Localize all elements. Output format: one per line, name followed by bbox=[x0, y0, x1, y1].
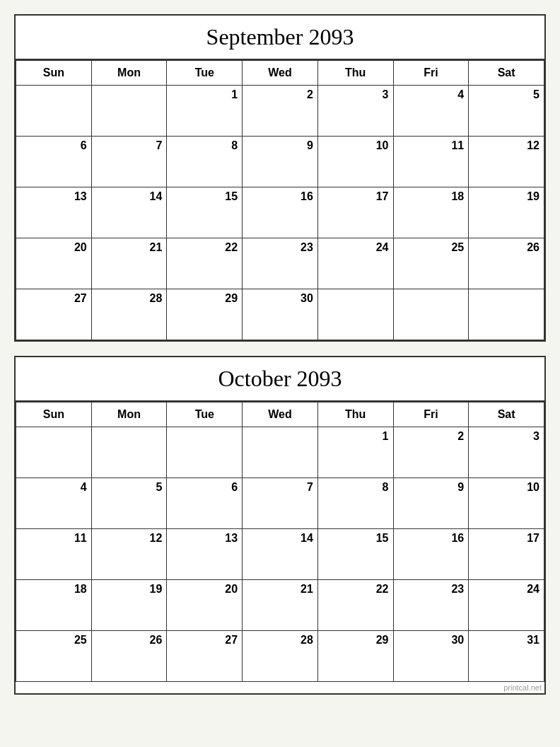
list-item: 13 bbox=[167, 529, 243, 580]
list-item: 22 bbox=[317, 580, 393, 631]
list-item: 14 bbox=[91, 187, 167, 238]
list-item: 21 bbox=[243, 580, 318, 631]
list-item: 25 bbox=[393, 238, 469, 289]
list-item: 9 bbox=[393, 478, 469, 529]
list-item bbox=[91, 86, 167, 137]
list-item: 12 bbox=[91, 529, 167, 580]
list-item: 11 bbox=[16, 529, 92, 580]
list-item bbox=[469, 289, 544, 340]
list-item: 4 bbox=[393, 86, 469, 137]
list-item: 22 bbox=[167, 238, 243, 289]
oct-header-tue: Tue bbox=[167, 403, 243, 427]
list-item: 10 bbox=[469, 478, 544, 529]
list-item bbox=[16, 86, 92, 137]
list-item: 17 bbox=[469, 529, 544, 580]
table-row: 27282930 bbox=[16, 289, 544, 340]
list-item: 23 bbox=[393, 580, 469, 631]
list-item: 7 bbox=[91, 137, 167, 187]
list-item: 8 bbox=[167, 137, 243, 187]
september-grid: Sun Mon Tue Wed Thu Fri Sat 123456789101… bbox=[16, 60, 544, 340]
sep-header-sat: Sat bbox=[469, 61, 544, 86]
list-item: 12 bbox=[469, 137, 544, 187]
list-item: 3 bbox=[469, 427, 544, 478]
list-item: 4 bbox=[16, 478, 92, 529]
list-item: 1 bbox=[317, 427, 393, 478]
september-calendar: September 2093 Sun Mon Tue Wed Thu Fri S… bbox=[14, 14, 546, 342]
sep-header-thu: Thu bbox=[317, 61, 393, 86]
list-item bbox=[167, 427, 243, 478]
table-row: 13141516171819 bbox=[16, 187, 544, 238]
list-item: 6 bbox=[16, 137, 92, 187]
sep-header-fri: Fri bbox=[393, 61, 469, 86]
list-item: 2 bbox=[243, 86, 318, 137]
oct-header-sat: Sat bbox=[469, 403, 544, 427]
list-item: 15 bbox=[317, 529, 393, 580]
october-calendar: October 2093 Sun Mon Tue Wed Thu Fri Sat… bbox=[14, 356, 546, 695]
list-item: 19 bbox=[469, 187, 544, 238]
list-item bbox=[393, 289, 469, 340]
list-item: 20 bbox=[167, 580, 243, 631]
list-item: 28 bbox=[91, 289, 167, 340]
list-item: 19 bbox=[91, 580, 167, 631]
oct-header-wed: Wed bbox=[243, 403, 318, 427]
list-item: 5 bbox=[91, 478, 167, 529]
list-item: 27 bbox=[16, 289, 92, 340]
oct-header-sun: Sun bbox=[16, 403, 92, 427]
oct-header-fri: Fri bbox=[393, 403, 469, 427]
list-item: 16 bbox=[243, 187, 318, 238]
list-item: 21 bbox=[91, 238, 167, 289]
list-item: 20 bbox=[16, 238, 92, 289]
oct-header-mon: Mon bbox=[91, 403, 167, 427]
list-item: 9 bbox=[243, 137, 318, 187]
list-item: 7 bbox=[243, 478, 318, 529]
sep-header-mon: Mon bbox=[91, 61, 167, 86]
table-row: 45678910 bbox=[16, 478, 544, 529]
list-item: 3 bbox=[317, 86, 393, 137]
list-item: 28 bbox=[243, 631, 318, 682]
list-item: 16 bbox=[393, 529, 469, 580]
list-item: 24 bbox=[469, 580, 544, 631]
october-grid: Sun Mon Tue Wed Thu Fri Sat 123456789101… bbox=[16, 402, 544, 682]
list-item: 29 bbox=[167, 289, 243, 340]
list-item: 26 bbox=[469, 238, 544, 289]
table-row: 18192021222324 bbox=[16, 580, 544, 631]
list-item: 26 bbox=[91, 631, 167, 682]
list-item: 14 bbox=[243, 529, 318, 580]
list-item: 30 bbox=[393, 631, 469, 682]
sep-header-tue: Tue bbox=[167, 61, 243, 86]
watermark: printcal.net bbox=[16, 682, 544, 693]
list-item: 18 bbox=[16, 580, 92, 631]
oct-header-thu: Thu bbox=[317, 403, 393, 427]
list-item: 23 bbox=[243, 238, 318, 289]
table-row: 123 bbox=[16, 427, 544, 478]
september-header-row: Sun Mon Tue Wed Thu Fri Sat bbox=[16, 61, 544, 86]
october-header-row: Sun Mon Tue Wed Thu Fri Sat bbox=[16, 403, 544, 427]
list-item: 5 bbox=[469, 86, 544, 137]
list-item: 27 bbox=[167, 631, 243, 682]
list-item: 30 bbox=[243, 289, 318, 340]
table-row: 25262728293031 bbox=[16, 631, 544, 682]
list-item: 15 bbox=[167, 187, 243, 238]
list-item: 31 bbox=[469, 631, 544, 682]
sep-header-wed: Wed bbox=[243, 61, 318, 86]
list-item bbox=[243, 427, 318, 478]
september-title: September 2093 bbox=[16, 16, 544, 60]
list-item: 8 bbox=[317, 478, 393, 529]
list-item: 10 bbox=[317, 137, 393, 187]
list-item: 11 bbox=[393, 137, 469, 187]
list-item: 18 bbox=[393, 187, 469, 238]
list-item: 25 bbox=[16, 631, 92, 682]
list-item bbox=[91, 427, 167, 478]
list-item bbox=[16, 427, 92, 478]
list-item: 29 bbox=[317, 631, 393, 682]
table-row: 12345 bbox=[16, 86, 544, 137]
table-row: 11121314151617 bbox=[16, 529, 544, 580]
sep-header-sun: Sun bbox=[16, 61, 92, 86]
list-item: 17 bbox=[317, 187, 393, 238]
list-item bbox=[317, 289, 393, 340]
october-title: October 2093 bbox=[16, 357, 544, 402]
list-item: 6 bbox=[167, 478, 243, 529]
list-item: 1 bbox=[167, 86, 243, 137]
table-row: 20212223242526 bbox=[16, 238, 544, 289]
table-row: 6789101112 bbox=[16, 137, 544, 187]
